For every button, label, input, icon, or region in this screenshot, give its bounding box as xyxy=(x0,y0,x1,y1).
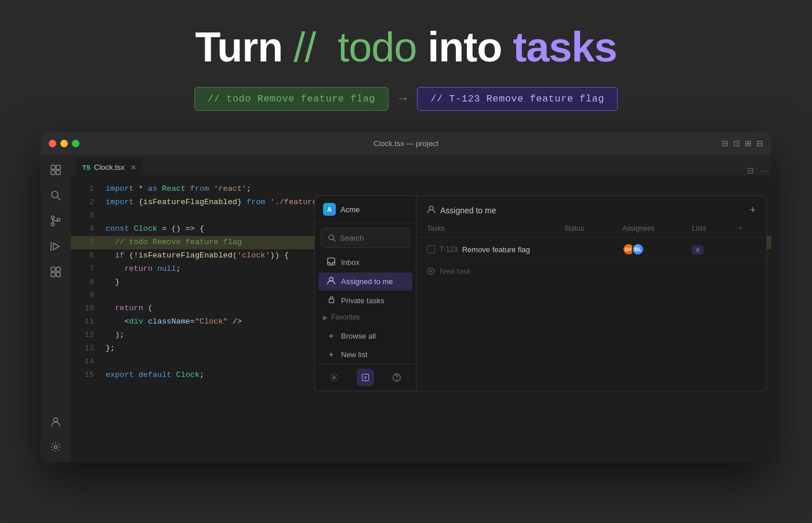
assignee-avatar-2: BL xyxy=(632,243,644,256)
workspace-avatar: A xyxy=(323,203,336,216)
task-table-header: Tasks Status Assignees Lists + xyxy=(416,220,766,238)
tab-lang-badge: TS xyxy=(82,164,90,171)
extensions-icon[interactable] xyxy=(45,262,66,282)
close-button[interactable] xyxy=(49,140,56,147)
title-bar-icons: ⊟ ⊡ ⊞ ⊟ xyxy=(722,139,763,148)
col-status: Status xyxy=(564,224,622,233)
tab-close-button[interactable]: ✕ xyxy=(130,164,136,172)
account-icon[interactable] xyxy=(45,411,66,432)
task-panel-header: Assigned to me + xyxy=(416,196,766,216)
svg-point-27 xyxy=(397,380,397,380)
nav-item-assigned[interactable]: Assigned to me xyxy=(318,273,412,290)
tab-bar: TS Clock.tsx ✕ ⊟ ··· xyxy=(71,155,771,176)
nav-browse-all[interactable]: + Browse all xyxy=(318,327,412,344)
svg-point-16 xyxy=(55,446,57,449)
new-list-label: New list xyxy=(341,350,368,359)
task-id: T-123 xyxy=(440,245,458,253)
task-id-name: T-123 Remove feature flag xyxy=(427,245,564,254)
new-task-row[interactable]: New task xyxy=(416,262,766,281)
activity-bar xyxy=(41,155,71,462)
svg-line-18 xyxy=(334,239,336,242)
workspace-header: A Acme xyxy=(315,196,416,223)
nav-help-icon[interactable] xyxy=(388,369,405,386)
file-tab[interactable]: TS Clock.tsx ✕ xyxy=(75,158,143,175)
add-task-icon[interactable]: + xyxy=(749,204,756,216)
svg-rect-13 xyxy=(51,273,55,277)
code-line-1: 1 import * as React from 'react'; xyxy=(71,183,771,196)
person-icon-header xyxy=(427,205,436,216)
transform-banner: // todo Remove feature flag → // T-123 R… xyxy=(194,87,618,111)
svg-rect-1 xyxy=(56,165,60,169)
svg-point-20 xyxy=(329,277,333,281)
source-control-icon[interactable] xyxy=(45,210,66,231)
vscode-window: Clock.tsx — project ⊟ ⊡ ⊞ ⊟ xyxy=(41,132,771,462)
browse-all-label: Browse all xyxy=(341,332,376,340)
lock-icon xyxy=(327,296,336,305)
transform-arrow: → xyxy=(399,92,407,106)
svg-point-28 xyxy=(429,206,433,210)
nav-favorites-group[interactable]: ▶ Favorites xyxy=(315,310,416,325)
svg-point-17 xyxy=(329,235,334,239)
svg-rect-3 xyxy=(56,170,60,175)
linear-popup: A Acme Search xyxy=(314,195,767,391)
svg-point-4 xyxy=(52,191,58,198)
svg-rect-12 xyxy=(56,267,60,271)
search-icon[interactable] xyxy=(45,185,66,206)
nav-inbox-label: Inbox xyxy=(341,258,360,267)
more-actions-icon[interactable]: ··· xyxy=(760,166,767,175)
tab-bar-actions: ⊟ ··· xyxy=(747,166,767,175)
hero-title: Turn // todo into tasks xyxy=(195,23,617,71)
nav-item-private[interactable]: Private tasks xyxy=(318,292,412,309)
settings-icon[interactable] xyxy=(45,437,66,457)
nav-search-button[interactable]: Search xyxy=(321,228,410,248)
svg-point-6 xyxy=(52,216,55,219)
favorites-label: Favorites xyxy=(331,313,360,321)
task-row[interactable]: T-123 Remove feature flag OA BL # xyxy=(416,238,766,262)
svg-marker-9 xyxy=(53,243,59,250)
search-icon xyxy=(328,234,336,242)
workspace-name: Acme xyxy=(340,205,360,214)
tab-filename: Clock.tsx xyxy=(94,163,125,172)
nav-new-list[interactable]: + New list xyxy=(318,346,412,363)
inbox-icon xyxy=(327,257,336,267)
editor-main: TS Clock.tsx ✕ ⊟ ··· 1 import * as React… xyxy=(71,155,771,462)
editor-area: TS Clock.tsx ✕ ⊟ ··· 1 import * as React… xyxy=(41,155,771,462)
task-panel: Assigned to me + Tasks Status Assignees … xyxy=(416,195,767,391)
title-bar: Clock.tsx — project ⊟ ⊡ ⊞ ⊟ xyxy=(41,132,771,155)
col-lists: Lists xyxy=(692,224,738,233)
col-add[interactable]: + xyxy=(738,224,756,233)
nav-compose-icon[interactable] xyxy=(357,369,374,386)
layout-icon-2[interactable]: ⊡ xyxy=(733,139,740,148)
task-panel-empty xyxy=(416,281,766,391)
layout-icon-4[interactable]: ⊟ xyxy=(756,139,763,148)
explorer-icon[interactable] xyxy=(45,159,66,180)
new-task-label: New task xyxy=(440,267,470,275)
split-editor-icon[interactable]: ⊟ xyxy=(747,166,754,175)
plus-icon-2: + xyxy=(327,350,336,359)
minimize-button[interactable] xyxy=(60,140,68,147)
task-name: Remove feature flag xyxy=(462,245,530,254)
chevron-icon: ▶ xyxy=(323,314,328,321)
new-task-plus-icon xyxy=(427,267,435,275)
run-debug-icon[interactable] xyxy=(45,236,66,257)
traffic-lights xyxy=(49,140,79,147)
task-checkbox[interactable] xyxy=(427,245,435,253)
task-section-title: Assigned to me xyxy=(440,206,496,215)
nav-assigned-label: Assigned to me xyxy=(341,277,393,286)
layout-icon-1[interactable]: ⊟ xyxy=(722,139,728,148)
layout-icon-3[interactable]: ⊞ xyxy=(745,139,752,148)
maximize-button[interactable] xyxy=(72,140,79,147)
search-label: Search xyxy=(340,234,364,242)
transform-after: // T-123 Remove feature flag xyxy=(417,87,618,111)
nav-item-inbox[interactable]: Inbox xyxy=(318,253,412,271)
svg-rect-11 xyxy=(51,267,55,271)
task-panel-title-area: Assigned to me xyxy=(427,205,496,216)
svg-point-7 xyxy=(52,223,55,226)
nav-settings-icon[interactable] xyxy=(325,369,343,386)
svg-point-22 xyxy=(333,376,335,379)
nav-private-label: Private tasks xyxy=(341,296,384,305)
svg-line-5 xyxy=(57,197,60,200)
window-title: Clock.tsx — project xyxy=(374,139,438,148)
task-assignees: OA BL xyxy=(622,243,692,256)
svg-rect-21 xyxy=(329,299,334,303)
